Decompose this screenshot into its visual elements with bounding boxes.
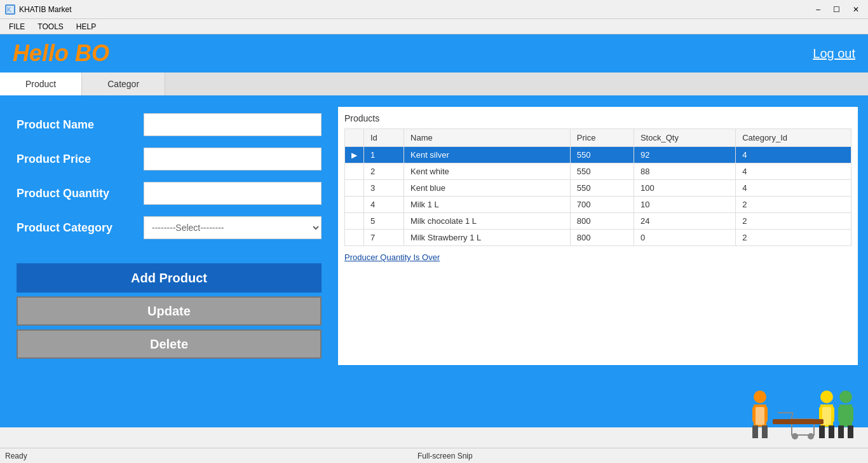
- tabs-bar: Product Categor: [0, 73, 868, 97]
- svg-rect-7: [762, 425, 768, 438]
- cell-price: 550: [570, 147, 634, 163]
- title-bar: K KHATIB Market – ☐ ✕: [0, 0, 868, 19]
- table-row[interactable]: 4Milk 1 L700102: [345, 197, 851, 213]
- add-product-button[interactable]: Add Product: [17, 263, 322, 293]
- update-button[interactable]: Update: [17, 296, 322, 326]
- status-center-text: Full-screen Snip: [27, 452, 863, 460]
- title-bar-controls: – ☐ ✕: [812, 5, 863, 14]
- row-indicator: [345, 163, 364, 180]
- table-row[interactable]: ▶1Kent silver550924: [345, 147, 851, 163]
- svg-rect-18: [819, 425, 825, 438]
- minimize-button[interactable]: –: [812, 5, 824, 14]
- table-row[interactable]: 5Milk chocolate 1 L800242: [345, 213, 851, 230]
- menu-file[interactable]: FILE: [3, 21, 31, 32]
- table-row[interactable]: 3Kent blue5501004: [345, 180, 851, 197]
- product-price-row: Product Price: [17, 148, 322, 170]
- status-bar: Ready Full-screen Snip: [0, 448, 868, 463]
- svg-rect-23: [838, 406, 843, 422]
- row-indicator: [345, 230, 364, 246]
- menu-tools[interactable]: TOOLS: [31, 21, 69, 32]
- product-name-row: Product Name: [17, 113, 322, 136]
- close-button[interactable]: ✕: [849, 5, 863, 14]
- row-indicator: [345, 180, 364, 197]
- product-name-input[interactable]: [144, 113, 322, 136]
- cell-price: 550: [570, 180, 634, 197]
- svg-rect-26: [848, 425, 853, 438]
- cell-stock_qty: 88: [634, 163, 735, 180]
- svg-point-13: [808, 433, 814, 439]
- product-price-label: Product Price: [17, 153, 144, 166]
- cell-category_id: 2: [736, 230, 851, 246]
- app-title: Hello BO: [13, 40, 109, 67]
- svg-rect-24: [848, 406, 853, 422]
- cell-price: 800: [570, 230, 634, 246]
- product-name-label: Product Name: [17, 118, 144, 132]
- maximize-button[interactable]: ☐: [829, 5, 844, 14]
- logout-link[interactable]: Log out: [813, 46, 855, 61]
- product-price-input[interactable]: [144, 148, 322, 170]
- products-table: Id Name Price Stock_Qty Category_Id ▶1Ke…: [344, 128, 851, 246]
- cell-name: Milk 1 L: [404, 197, 571, 213]
- table-panel: Products Id Name Price Stock_Qty Categor…: [338, 107, 858, 365]
- product-category-row: Product Category --------Select--------: [17, 216, 322, 239]
- svg-point-2: [754, 390, 766, 403]
- cell-id: 2: [364, 163, 404, 180]
- cell-category_id: 4: [736, 163, 851, 180]
- svg-rect-8: [756, 407, 764, 425]
- cell-category_id: 2: [736, 197, 851, 213]
- svg-rect-19: [829, 425, 834, 438]
- svg-point-12: [792, 433, 798, 439]
- col-indicator: [345, 129, 364, 147]
- col-name: Name: [404, 129, 571, 147]
- producer-quantity-link[interactable]: Producer Quantity Is Over: [344, 252, 851, 262]
- cell-stock_qty: 10: [634, 197, 735, 213]
- cell-price: 550: [570, 163, 634, 180]
- cell-name: Kent silver: [404, 147, 571, 163]
- form-panel: Product Name Product Price Product Quant…: [10, 107, 328, 365]
- tab-product[interactable]: Product: [0, 73, 82, 95]
- cell-category_id: 4: [736, 180, 851, 197]
- svg-rect-6: [752, 425, 758, 438]
- cell-name: Milk chocolate 1 L: [404, 213, 571, 230]
- menu-help[interactable]: HELP: [70, 21, 102, 32]
- table-row[interactable]: 2Kent white550884: [345, 163, 851, 180]
- cell-price: 800: [570, 213, 634, 230]
- table-title: Products: [344, 113, 851, 123]
- cell-stock_qty: 0: [634, 230, 735, 246]
- cell-name: Kent white: [404, 163, 571, 180]
- svg-point-14: [820, 390, 833, 403]
- product-category-select[interactable]: --------Select--------: [144, 216, 322, 239]
- cell-name: Milk Strawberry 1 L: [404, 230, 571, 246]
- app-header: Hello BO Log out: [0, 34, 868, 73]
- cell-price: 700: [570, 197, 634, 213]
- table-row[interactable]: 7Milk Strawberry 1 L80002: [345, 230, 851, 246]
- status-text: Ready: [5, 452, 27, 460]
- cell-id: 4: [364, 197, 404, 213]
- product-quantity-input[interactable]: [144, 182, 322, 205]
- col-id: Id: [364, 129, 404, 147]
- col-price: Price: [570, 129, 634, 147]
- content-panel: Product Name Product Price Product Quant…: [10, 107, 858, 365]
- product-quantity-label: Product Quantity: [17, 187, 144, 200]
- table-header-row: Id Name Price Stock_Qty Category_Id: [345, 129, 851, 147]
- svg-rect-27: [773, 419, 824, 424]
- svg-point-21: [839, 390, 852, 403]
- cell-category_id: 2: [736, 213, 851, 230]
- product-quantity-row: Product Quantity: [17, 182, 322, 205]
- row-indicator: ▶: [345, 147, 364, 163]
- delete-button[interactable]: Delete: [17, 329, 322, 359]
- main-content: Product Name Product Price Product Quant…: [0, 97, 868, 427]
- row-indicator: [345, 197, 364, 213]
- cell-id: 5: [364, 213, 404, 230]
- cell-id: 3: [364, 180, 404, 197]
- menu-bar: FILE TOOLS HELP: [0, 19, 868, 34]
- tab-categor[interactable]: Categor: [82, 73, 165, 95]
- cell-id: 7: [364, 230, 404, 246]
- cell-id: 1: [364, 147, 404, 163]
- cell-stock_qty: 100: [634, 180, 735, 197]
- svg-text:K: K: [7, 6, 11, 13]
- store-illustration: [735, 384, 862, 448]
- col-category-id: Category_Id: [736, 129, 851, 147]
- store-illustration-area: [735, 384, 862, 448]
- cell-stock_qty: 24: [634, 213, 735, 230]
